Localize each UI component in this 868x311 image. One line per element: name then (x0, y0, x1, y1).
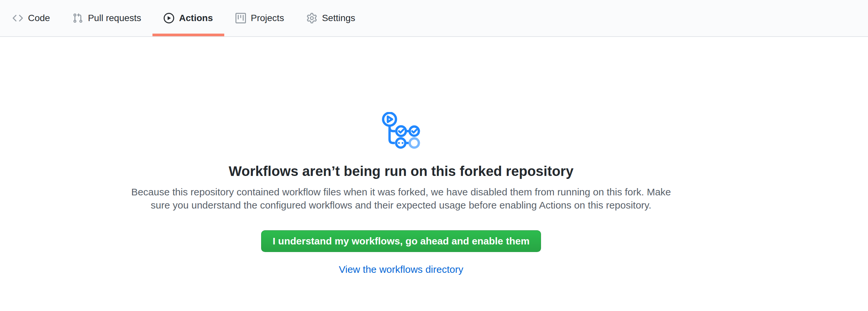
gear-icon (307, 13, 317, 23)
git-pull-request-icon (72, 13, 83, 23)
page-title: Workflows aren’t being run on this forke… (0, 163, 802, 180)
description-line: sure you understand the configured workf… (0, 199, 802, 212)
play-icon (164, 13, 174, 23)
tab-label: Projects (251, 13, 284, 23)
tab-label: Settings (322, 13, 355, 23)
blankslate-description: Because this repository contained workfl… (0, 185, 802, 212)
code-icon (12, 13, 23, 23)
enable-workflows-button[interactable]: I understand my workflows, go ahead and … (261, 230, 541, 252)
view-workflows-directory-link[interactable]: View the workflows directory (339, 264, 463, 275)
actions-blankslate: Workflows aren’t being run on this forke… (0, 37, 802, 275)
tab-label: Pull requests (88, 13, 141, 23)
link-row: View the workflows directory (0, 264, 802, 275)
tab-code[interactable]: Code (1, 0, 61, 36)
tab-settings[interactable]: Settings (296, 0, 367, 36)
tab-pull-requests[interactable]: Pull requests (61, 0, 152, 36)
tab-actions[interactable]: Actions (152, 0, 224, 36)
tab-label: Code (28, 13, 50, 23)
workflow-graph-icon (0, 37, 802, 152)
repo-tab-nav: Code Pull requests Actions Projects Sett… (0, 0, 868, 37)
project-icon (236, 13, 246, 23)
tab-projects[interactable]: Projects (224, 0, 296, 36)
tab-label: Actions (179, 13, 213, 23)
description-line: Because this repository contained workfl… (0, 185, 802, 199)
